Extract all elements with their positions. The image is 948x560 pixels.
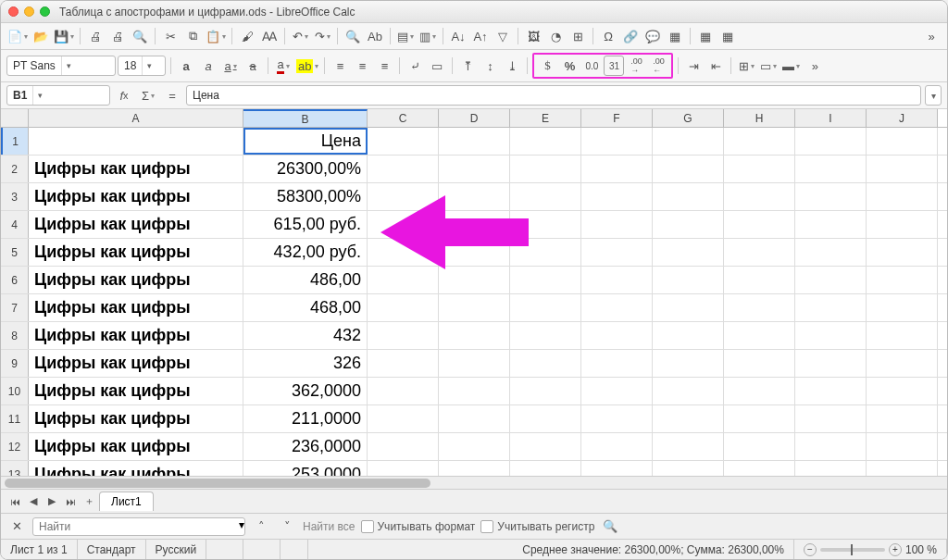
cell[interactable] bbox=[368, 405, 439, 432]
cell[interactable] bbox=[724, 378, 795, 404]
cell[interactable]: Цифры как цифры bbox=[29, 350, 243, 377]
cell[interactable] bbox=[510, 267, 581, 293]
cell[interactable] bbox=[724, 183, 795, 210]
cell[interactable] bbox=[867, 294, 938, 321]
cell[interactable] bbox=[368, 322, 439, 349]
cell[interactable] bbox=[795, 350, 867, 377]
cell[interactable] bbox=[510, 183, 581, 210]
align-right-button[interactable]: ≡ bbox=[374, 56, 394, 76]
font-size-combo[interactable]: 18 ▾ bbox=[118, 56, 166, 76]
del-decimal-button[interactable]: .00← bbox=[648, 56, 668, 76]
cell[interactable]: 236,0000 bbox=[243, 433, 368, 460]
define-print-area-button[interactable]: ▦ bbox=[695, 26, 716, 46]
column-header[interactable]: C bbox=[368, 109, 439, 127]
cell[interactable]: Цифры как цифры bbox=[29, 294, 243, 321]
minimize-icon[interactable] bbox=[24, 6, 34, 17]
column-header[interactable]: G bbox=[653, 109, 724, 127]
pivot-button[interactable]: ⊞ bbox=[568, 26, 588, 46]
cell[interactable] bbox=[653, 294, 724, 321]
format-date-button[interactable]: 31 bbox=[604, 56, 624, 76]
cell[interactable] bbox=[795, 211, 867, 238]
autofilter-button[interactable]: ▽ bbox=[493, 26, 513, 46]
cell[interactable] bbox=[795, 322, 867, 349]
cell[interactable]: 432,00 руб. bbox=[243, 239, 368, 266]
cell[interactable] bbox=[795, 461, 867, 476]
cell[interactable]: Цифры как цифры bbox=[29, 239, 243, 266]
format-percent-button[interactable]: % bbox=[559, 56, 580, 76]
cell[interactable] bbox=[439, 294, 510, 321]
cell[interactable]: 486,00 bbox=[243, 267, 368, 293]
row-header[interactable]: 13 bbox=[1, 461, 29, 476]
cell[interactable] bbox=[795, 294, 867, 321]
cell[interactable] bbox=[795, 378, 867, 404]
cell[interactable]: Цифры как цифры bbox=[29, 267, 243, 293]
cell[interactable] bbox=[724, 350, 795, 377]
redo-button[interactable]: ↷▾ bbox=[312, 26, 332, 46]
cell[interactable] bbox=[724, 156, 795, 182]
add-decimal-button[interactable]: .00→ bbox=[626, 56, 646, 76]
cell-reference-combo[interactable]: B1 ▾ bbox=[6, 85, 110, 106]
find-button[interactable]: 🔍 bbox=[343, 26, 363, 46]
cell[interactable] bbox=[724, 461, 795, 476]
valign-middle-button[interactable]: ↕ bbox=[480, 56, 500, 76]
status-language[interactable]: Русский bbox=[146, 540, 207, 559]
cell[interactable]: 211,0000 bbox=[243, 405, 368, 432]
cell[interactable] bbox=[510, 461, 581, 476]
new-button[interactable]: 📄▾ bbox=[6, 26, 29, 46]
column-header[interactable]: A bbox=[29, 109, 243, 127]
cell[interactable] bbox=[439, 378, 510, 404]
zoom-control[interactable]: − + 100 % bbox=[794, 540, 947, 559]
cell[interactable]: 362,0000 bbox=[243, 378, 368, 404]
tab-last-button[interactable]: ⏭ bbox=[62, 493, 79, 510]
column-header[interactable]: I bbox=[795, 109, 867, 127]
bold-button[interactable]: a bbox=[176, 56, 196, 76]
zoom-out-button[interactable]: − bbox=[804, 543, 817, 556]
cell[interactable] bbox=[867, 128, 938, 155]
cell[interactable] bbox=[581, 350, 653, 377]
cell[interactable] bbox=[867, 350, 938, 377]
column-header[interactable]: H bbox=[724, 109, 795, 127]
cell[interactable] bbox=[581, 183, 653, 210]
tab-first-button[interactable]: ⏮ bbox=[6, 493, 23, 510]
cell[interactable] bbox=[510, 294, 581, 321]
sort-asc-button[interactable]: A↓ bbox=[448, 26, 468, 46]
row-header[interactable]: 3 bbox=[1, 183, 29, 210]
cell[interactable]: Цифры как цифры bbox=[29, 183, 243, 210]
cell[interactable] bbox=[795, 433, 867, 460]
cell[interactable] bbox=[368, 211, 439, 238]
cell[interactable]: Цифры как цифры bbox=[29, 433, 243, 460]
column-header[interactable]: J bbox=[867, 109, 938, 127]
cell[interactable] bbox=[581, 433, 653, 460]
cell[interactable] bbox=[368, 350, 439, 377]
cell[interactable]: 615,00 руб. bbox=[243, 211, 368, 238]
cell[interactable] bbox=[653, 211, 724, 238]
underline-button[interactable]: a▾ bbox=[220, 56, 241, 76]
cell[interactable] bbox=[653, 378, 724, 404]
cell[interactable] bbox=[653, 405, 724, 432]
cell[interactable] bbox=[581, 128, 653, 155]
row-header[interactable]: 7 bbox=[1, 294, 29, 321]
cell[interactable] bbox=[510, 239, 581, 266]
cell[interactable] bbox=[368, 267, 439, 293]
cell[interactable] bbox=[510, 378, 581, 404]
cell[interactable]: Цифры как цифры bbox=[29, 156, 243, 182]
cell[interactable] bbox=[368, 156, 439, 182]
column-header[interactable]: D bbox=[439, 109, 510, 127]
cell[interactable] bbox=[795, 267, 867, 293]
cell[interactable] bbox=[867, 405, 938, 432]
cell[interactable] bbox=[581, 156, 653, 182]
sort-desc-button[interactable]: A↑ bbox=[470, 26, 491, 46]
cell[interactable] bbox=[581, 405, 653, 432]
cell[interactable]: 58300,00% bbox=[243, 183, 368, 210]
maximize-icon[interactable] bbox=[40, 6, 50, 17]
open-button[interactable]: 📂 bbox=[31, 26, 51, 46]
undo-button[interactable]: ↶▾ bbox=[290, 26, 310, 46]
status-page-style[interactable]: Стандарт bbox=[78, 540, 146, 559]
cell[interactable] bbox=[795, 405, 867, 432]
row-header[interactable]: 11 bbox=[1, 405, 29, 432]
cell[interactable] bbox=[795, 239, 867, 266]
cell[interactable] bbox=[653, 183, 724, 210]
cell[interactable] bbox=[439, 239, 510, 266]
cell[interactable] bbox=[510, 322, 581, 349]
formula-input[interactable] bbox=[186, 85, 921, 106]
